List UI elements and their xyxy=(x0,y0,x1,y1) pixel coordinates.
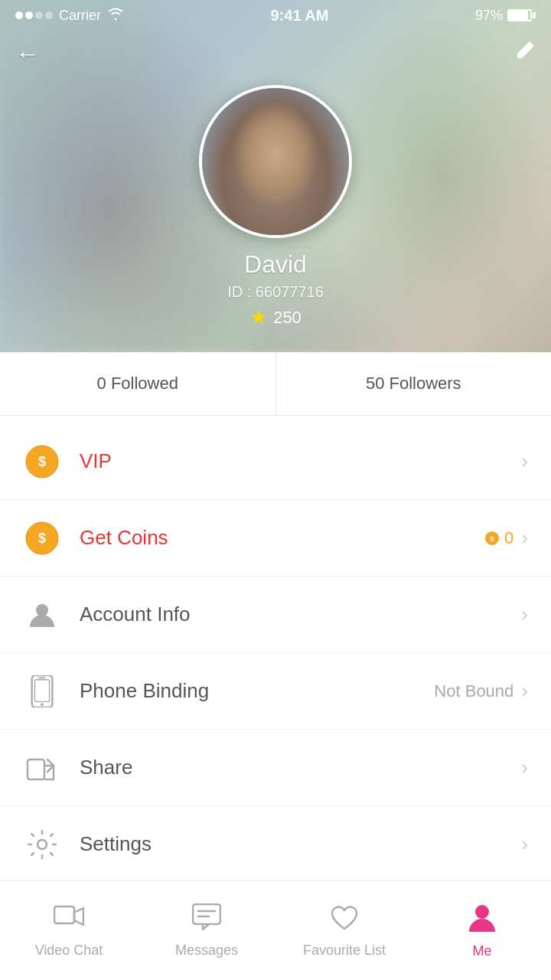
status-bar: Carrier 9:41 AM 97% xyxy=(0,0,551,31)
share-chevron: › xyxy=(521,756,528,779)
account-chevron: › xyxy=(521,603,528,626)
account-right: › xyxy=(521,603,528,626)
svg-point-6 xyxy=(36,604,48,616)
vip-chevron: › xyxy=(521,449,528,473)
star-icon: ★ xyxy=(249,305,267,329)
coin-count: $ 0 xyxy=(484,528,514,548)
settings-chevron: › xyxy=(521,832,528,856)
status-right: 97% xyxy=(475,8,536,24)
coins-chevron: › xyxy=(521,526,528,550)
svg-text:$: $ xyxy=(38,454,46,469)
carrier-label: Carrier xyxy=(59,8,101,24)
svg-point-12 xyxy=(37,840,47,849)
followers-stat[interactable]: 50 Followers xyxy=(276,352,552,415)
favourite-list-label: Favourite List xyxy=(303,942,386,959)
settings-right: › xyxy=(521,832,528,856)
profile-info: David ID : 66077716 ★ 250 xyxy=(0,85,551,329)
back-button[interactable]: ← xyxy=(15,40,40,68)
signal-dot-1 xyxy=(15,11,23,19)
coins-right: $ 0 › xyxy=(484,526,528,550)
svg-point-9 xyxy=(41,703,44,706)
nav-item-me[interactable]: Me xyxy=(413,903,551,959)
profile-stars: ★ 250 xyxy=(249,305,302,329)
signal-dot-3 xyxy=(35,11,43,19)
signal-dot-4 xyxy=(45,11,53,19)
followers-label: 50 Followers xyxy=(366,374,461,394)
signal-dots xyxy=(15,11,53,19)
settings-label: Settings xyxy=(80,832,503,856)
menu-item-share[interactable]: Share › xyxy=(0,730,551,806)
edit-button[interactable] xyxy=(514,40,536,67)
followed-stat[interactable]: 0 Followed xyxy=(0,352,276,415)
svg-rect-10 xyxy=(38,677,46,678)
svg-point-17 xyxy=(475,905,489,919)
svg-text:$: $ xyxy=(491,535,494,543)
video-chat-label: Video Chat xyxy=(35,942,103,959)
vip-label: VIP xyxy=(80,449,503,473)
account-icon xyxy=(23,596,61,634)
nav-item-video-chat[interactable]: Video Chat xyxy=(0,903,138,959)
star-count: 250 xyxy=(273,308,302,328)
account-info-label: Account Info xyxy=(80,603,503,626)
signal-dot-2 xyxy=(25,11,33,19)
stats-bar: 0 Followed 50 Followers xyxy=(0,352,551,416)
me-icon xyxy=(468,903,496,939)
svg-rect-13 xyxy=(54,906,74,923)
status-time: 9:41 AM xyxy=(271,7,329,24)
coins-icon: $ xyxy=(23,519,61,557)
messages-label: Messages xyxy=(175,942,238,959)
svg-rect-11 xyxy=(28,760,44,779)
menu-item-phone-binding[interactable]: Phone Binding Not Bound › xyxy=(0,653,551,730)
svg-rect-8 xyxy=(34,679,49,701)
status-left: Carrier xyxy=(15,7,124,24)
nav-item-favourite-list[interactable]: Favourite List xyxy=(276,903,413,959)
vip-icon: $ xyxy=(23,443,61,481)
messages-icon xyxy=(192,903,221,938)
wifi-icon xyxy=(107,7,124,24)
phone-icon xyxy=(23,672,61,710)
menu-item-get-coins[interactable]: $ Get Coins $ 0 › xyxy=(0,500,551,577)
get-coins-label: Get Coins xyxy=(80,526,466,550)
menu-item-vip[interactable]: $ VIP › xyxy=(0,423,551,500)
battery-percent: 97% xyxy=(475,8,503,24)
phone-right: Not Bound › xyxy=(434,679,528,703)
me-label: Me xyxy=(472,943,491,959)
svg-rect-14 xyxy=(193,904,220,924)
profile-id: ID : 66077716 xyxy=(227,283,324,301)
video-chat-icon xyxy=(54,903,84,938)
profile-header: Carrier 9:41 AM 97% ← xyxy=(0,0,551,352)
share-label: Share xyxy=(80,756,503,779)
phone-binding-label: Phone Binding xyxy=(80,679,416,703)
not-bound-text: Not Bound xyxy=(434,681,514,701)
avatar xyxy=(199,85,352,238)
menu-item-settings[interactable]: Settings › xyxy=(0,806,551,883)
settings-icon xyxy=(23,825,61,864)
bottom-nav: Video Chat Messages Favourite List xyxy=(0,880,551,980)
battery-icon xyxy=(507,9,536,21)
svg-text:$: $ xyxy=(38,531,46,546)
share-icon xyxy=(23,749,61,787)
menu-item-account-info[interactable]: Account Info › xyxy=(0,577,551,653)
profile-name: David xyxy=(244,250,307,279)
nav-item-messages[interactable]: Messages xyxy=(138,903,276,959)
phone-chevron: › xyxy=(521,679,528,703)
menu-list: $ VIP › $ Get Coins $ 0 › xyxy=(0,423,551,883)
vip-right: › xyxy=(521,449,528,473)
share-right: › xyxy=(521,756,528,779)
favourite-list-icon xyxy=(331,903,358,938)
coin-amount: 0 xyxy=(504,528,514,548)
followed-label: 0 Followed xyxy=(97,374,178,394)
